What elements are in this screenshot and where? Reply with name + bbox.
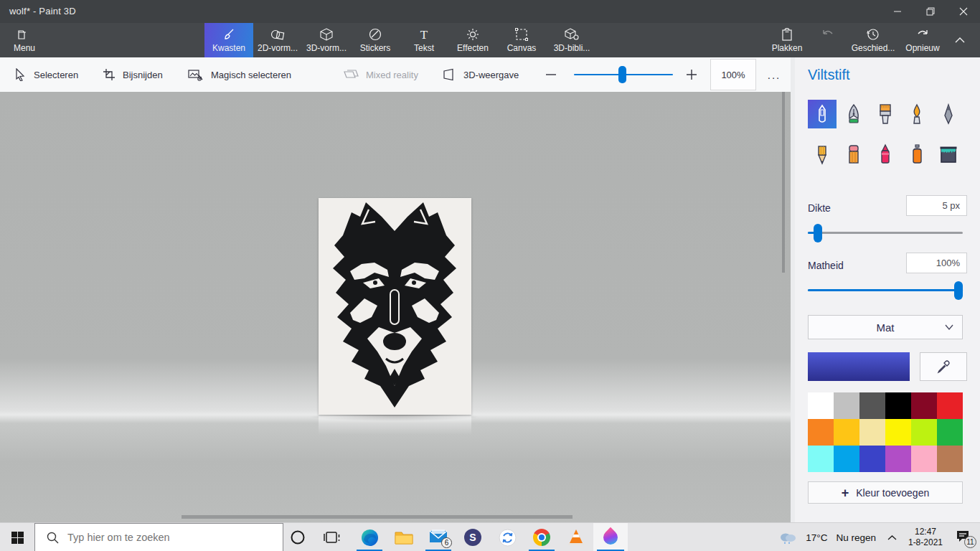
tab-brushes[interactable]: Kwasten (204, 23, 253, 57)
close-button[interactable] (947, 0, 980, 23)
tab-2d-shapes[interactable]: 2D-vorm... (253, 23, 302, 57)
palette-color[interactable] (911, 446, 937, 472)
restore-button[interactable] (914, 0, 947, 23)
palette-color[interactable] (885, 419, 911, 446)
taskbar-edge[interactable] (352, 523, 387, 551)
search-input[interactable] (67, 532, 283, 543)
chrome-icon (533, 529, 550, 546)
current-color-swatch[interactable] (808, 352, 910, 381)
taskbar-paint3d[interactable] (593, 523, 628, 551)
brush-calligraphy-pen[interactable] (839, 100, 868, 128)
material-dropdown[interactable]: Mat (808, 315, 963, 339)
palette-color[interactable] (937, 392, 963, 419)
palette-color[interactable] (808, 392, 834, 419)
brush-pencil[interactable] (808, 140, 837, 169)
view-3d-button[interactable]: 3D-weergave (442, 57, 519, 92)
brush-pixel-pen[interactable] (934, 100, 963, 128)
history-button[interactable]: Geschied... (847, 23, 900, 57)
drawing-canvas[interactable] (319, 198, 471, 415)
palette-color[interactable] (937, 419, 963, 446)
magic-select-button[interactable]: Magisch selecteren (188, 57, 291, 92)
brush-spray-can[interactable] (903, 140, 931, 169)
tab-label: Kwasten (212, 43, 245, 53)
palette-color[interactable] (808, 446, 834, 472)
notification-center-button[interactable]: 11 (956, 529, 970, 545)
task-view-button[interactable] (315, 523, 349, 551)
taskbar-search[interactable] (34, 523, 283, 551)
thickness-slider-track[interactable] (808, 232, 963, 234)
palette-color[interactable] (911, 392, 937, 419)
brush-oil[interactable] (871, 100, 900, 128)
zoom-value-box[interactable]: 100% (710, 59, 756, 90)
taskbar-vlc[interactable] (559, 523, 593, 551)
more-options-button[interactable]: ... (762, 57, 786, 92)
tab-3d-library[interactable]: 3D-bibli... (546, 23, 598, 57)
thickness-input[interactable]: 5 px (906, 195, 967, 216)
palette-color[interactable] (911, 419, 937, 446)
thickness-label: Dikte (808, 202, 831, 214)
add-color-button[interactable]: + Kleur toevoegen (808, 481, 963, 504)
zoom-in-button[interactable] (686, 57, 697, 92)
taskbar-file-explorer[interactable] (387, 523, 421, 551)
tab-effects[interactable]: Effecten (448, 23, 497, 57)
collapse-ribbon-button[interactable] (946, 23, 974, 57)
zoom-slider-thumb[interactable] (618, 66, 626, 83)
thickness-slider-thumb[interactable] (814, 224, 822, 242)
taskbar-skype[interactable]: S (456, 523, 490, 551)
taskbar-mail[interactable]: 6 (421, 523, 456, 551)
start-button[interactable] (0, 523, 34, 551)
tray-clock[interactable]: 12:47 1-8-2021 (908, 527, 943, 548)
palette-color[interactable] (885, 446, 911, 472)
zoom-out-button[interactable] (545, 57, 557, 92)
taskbar-chrome[interactable] (524, 523, 559, 551)
mixed-reality-button[interactable]: Mixed reality (343, 57, 418, 92)
canvas-icon (514, 28, 529, 41)
opacity-input[interactable]: 100% (906, 253, 967, 273)
ribbon-right-actions: Plakken Geschied... Opnieuw (765, 23, 974, 57)
opacity-slider-track[interactable] (808, 289, 963, 291)
palette-color[interactable] (859, 392, 885, 419)
redo-button[interactable]: Opnieuw (900, 23, 946, 57)
brush-crayon[interactable] (871, 140, 900, 169)
select-label: Selecteren (34, 70, 78, 80)
palette-color[interactable] (834, 419, 859, 446)
palette-color[interactable] (834, 392, 859, 419)
opacity-slider-thumb[interactable] (954, 281, 963, 300)
horizontal-scrollbar[interactable] (182, 515, 573, 519)
menu-button[interactable]: Menu (7, 23, 42, 57)
brush-eraser[interactable] (839, 140, 868, 169)
minimize-button[interactable] (881, 0, 914, 23)
tab-text[interactable]: T Tekst (400, 23, 448, 57)
effects-sun-icon (466, 28, 480, 41)
crop-button[interactable]: Bijsnijden (103, 57, 163, 92)
tray-condition[interactable]: Nu regen (836, 532, 876, 543)
palette-color[interactable] (937, 446, 963, 472)
cortana-button[interactable] (281, 523, 315, 551)
palette-color[interactable] (885, 392, 911, 419)
oil-brush-icon (876, 103, 895, 125)
weather-icon (778, 530, 797, 545)
palette-color[interactable] (859, 446, 885, 472)
palette-color[interactable] (808, 419, 834, 446)
tab-canvas[interactable]: Canvas (497, 23, 546, 57)
undo-button[interactable] (809, 23, 847, 57)
tray-chevron-up-icon[interactable] (887, 534, 897, 541)
skype-icon: S (464, 529, 481, 546)
brush-marker[interactable] (808, 100, 837, 128)
paste-button[interactable]: Plakken (765, 23, 809, 57)
tray-date: 1-8-2021 (908, 537, 943, 548)
eyedropper-button[interactable] (920, 352, 967, 381)
vertical-scrollbar[interactable] (782, 92, 785, 273)
library-3d-icon (564, 28, 580, 41)
palette-color[interactable] (834, 446, 859, 472)
brush-fill[interactable] (934, 140, 963, 169)
tab-3d-shapes[interactable]: 3D-vorm... (302, 23, 351, 57)
brush-watercolor[interactable] (903, 100, 931, 128)
palette-color[interactable] (859, 419, 885, 446)
file-explorer-icon (395, 529, 413, 545)
tab-stickers[interactable]: Stickers (351, 23, 400, 57)
svg-text:T: T (420, 28, 428, 41)
tray-temperature[interactable]: 17°C (806, 532, 827, 543)
select-button[interactable]: Selecteren (14, 57, 78, 92)
taskbar-sync-app[interactable] (490, 523, 524, 551)
